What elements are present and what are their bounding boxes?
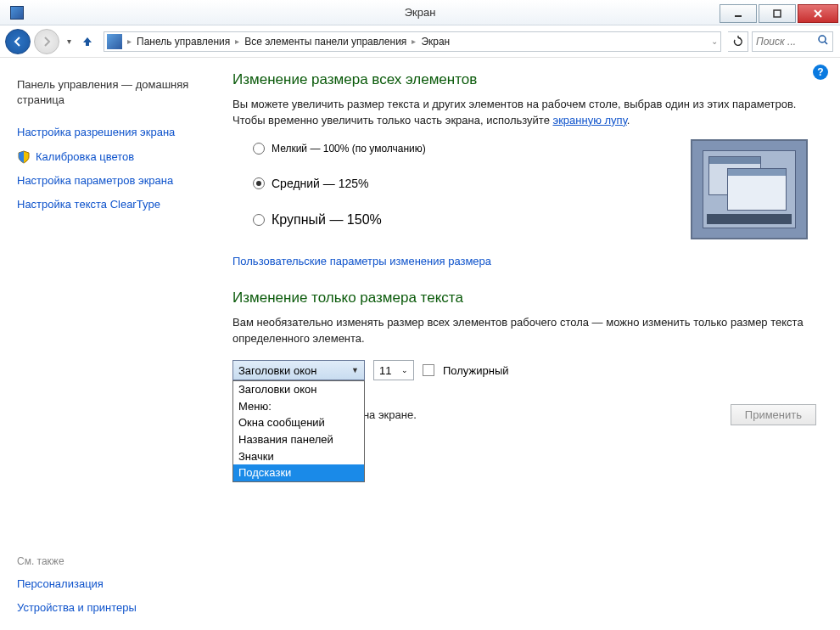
bold-label: Полужирный xyxy=(443,364,509,377)
window-titlebar: Экран xyxy=(0,0,840,25)
help-button[interactable]: ? xyxy=(813,65,828,80)
search-icon[interactable] xyxy=(817,34,829,48)
back-button[interactable] xyxy=(5,29,31,54)
forward-button[interactable] xyxy=(34,29,59,54)
apply-button[interactable]: Применить xyxy=(731,404,816,425)
dropdown-option[interactable]: Названия панелей xyxy=(233,431,364,448)
sidebar-link-params[interactable]: Настройка параметров экрана xyxy=(17,169,210,193)
custom-size-link[interactable]: Пользовательские параметры изменения раз… xyxy=(232,255,816,267)
back-arrow-icon xyxy=(11,35,25,48)
radio-small-label: Мелкий — 100% (по умолчанию) xyxy=(272,143,426,155)
maximize-button[interactable] xyxy=(759,4,796,23)
close-icon xyxy=(813,8,823,19)
refresh-button[interactable] xyxy=(728,31,748,52)
sidebar: Панель управления — домашняя страница На… xyxy=(0,58,221,630)
element-dropdown[interactable]: Заголовки окон ▼ Заголовки окон Меню: Ок… xyxy=(232,360,365,380)
radio-medium[interactable]: Средний — 125% xyxy=(253,177,426,190)
radio-medium-label: Средний — 125% xyxy=(272,177,369,190)
preview-image xyxy=(691,139,808,239)
svg-rect-1 xyxy=(774,10,781,17)
content-area: Панель управления — домашняя страница На… xyxy=(0,58,840,630)
main-panel: ? Изменение размера всех элементов Вы мо… xyxy=(221,58,840,630)
font-size-dropdown[interactable]: 11 ⌄ xyxy=(373,360,414,380)
window-controls xyxy=(720,2,840,23)
chevron-down-icon: ▼ xyxy=(351,366,359,374)
refresh-icon xyxy=(732,36,744,48)
radio-large[interactable]: Крупный — 150% xyxy=(253,212,426,228)
sidebar-link-calibration[interactable]: Калибровка цветов xyxy=(36,145,134,169)
font-size-value: 11 xyxy=(379,364,391,377)
size-radio-group: Мелкий — 100% (по умолчанию) Средний — 1… xyxy=(253,139,426,228)
desc-text-only: Вам необязательно изменять размер всех э… xyxy=(232,315,816,347)
dropdown-option[interactable]: Окна сообщений xyxy=(233,414,364,431)
heading-all-items: Изменение размера всех элементов xyxy=(232,71,816,88)
text-size-controls: Заголовки окон ▼ Заголовки окон Меню: Ок… xyxy=(232,360,816,380)
dropdown-option[interactable]: Подсказки xyxy=(233,464,364,481)
up-button[interactable] xyxy=(78,32,97,51)
sidebar-link-devices[interactable]: Устройства и принтеры xyxy=(17,596,210,620)
app-icon-box xyxy=(0,6,34,20)
svg-point-4 xyxy=(819,36,826,42)
radio-small[interactable]: Мелкий — 100% (по умолчанию) xyxy=(253,143,426,155)
sidebar-home-link[interactable]: Панель управления — домашняя страница xyxy=(17,73,210,112)
up-arrow-icon xyxy=(81,35,94,48)
sidebar-link-personalization[interactable]: Персонализация xyxy=(17,572,210,596)
breadcrumb-seg-3[interactable]: Экран xyxy=(417,34,453,49)
breadcrumb-seg-2[interactable]: Все элементы панели управления xyxy=(241,34,410,49)
close-button[interactable] xyxy=(798,4,838,23)
window-title: Экран xyxy=(405,6,436,19)
desc-all-items: Вы можете увеличить размер текста и друг… xyxy=(232,97,816,129)
history-dropdown[interactable]: ▾ xyxy=(63,37,75,46)
navigation-toolbar: ▾ ▸ Панель управления ▸ Все элементы пан… xyxy=(0,25,840,58)
radio-large-label: Крупный — 150% xyxy=(272,212,382,228)
search-box[interactable] xyxy=(752,31,833,52)
forward-arrow-icon xyxy=(40,35,53,48)
address-bar[interactable]: ▸ Панель управления ▸ Все элементы панел… xyxy=(104,31,721,52)
dropdown-option[interactable]: Значки xyxy=(233,448,364,465)
heading-text-only: Изменение только размера текста xyxy=(232,290,816,307)
breadcrumb-seg-1[interactable]: Панель управления xyxy=(133,34,233,49)
shield-icon xyxy=(17,150,31,164)
element-dropdown-list: Заголовки окон Меню: Окна сообщений Назв… xyxy=(232,380,365,481)
dropdown-option[interactable]: Заголовки окон xyxy=(233,381,364,398)
element-dropdown-value: Заголовки окон xyxy=(238,364,316,377)
breadcrumb-separator-icon: ▸ xyxy=(235,37,239,46)
maximize-icon xyxy=(772,8,782,19)
sidebar-link-resolution[interactable]: Настройка разрешения экрана xyxy=(17,121,210,144)
sidebar-link-cleartype[interactable]: Настройка текста ClearType xyxy=(17,193,210,217)
radio-icon xyxy=(253,143,265,155)
minimize-button[interactable] xyxy=(720,4,757,23)
display-app-icon xyxy=(10,6,24,20)
radio-icon xyxy=(253,177,265,189)
chevron-down-icon: ⌄ xyxy=(401,366,408,374)
search-input[interactable] xyxy=(756,36,815,48)
breadcrumb-separator-icon: ▸ xyxy=(412,37,416,46)
control-panel-icon xyxy=(107,34,122,49)
dropdown-option[interactable]: Меню: xyxy=(233,398,364,415)
bold-checkbox[interactable] xyxy=(423,364,434,376)
minimize-icon xyxy=(733,8,743,19)
radio-icon xyxy=(253,214,265,226)
magnifier-link[interactable]: экранную лупу xyxy=(553,114,627,127)
chevron-down-icon[interactable]: ⌄ xyxy=(711,37,718,46)
svg-line-5 xyxy=(825,42,827,44)
breadcrumb-separator-icon: ▸ xyxy=(127,37,132,46)
see-also-heading: См. также xyxy=(17,555,210,567)
